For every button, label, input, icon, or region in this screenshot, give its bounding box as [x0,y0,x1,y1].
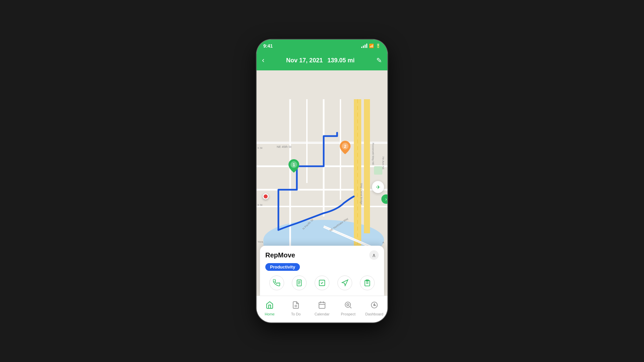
svg-text:NE 45th St: NE 45th St [277,145,291,148]
nav-label-home: Home [265,312,274,316]
svg-text:h St: h St [258,203,263,206]
svg-line-55 [350,307,351,308]
home-icon [266,301,274,311]
map-container[interactable]: NE 45th St NE 45th St NE Northlake Way S… [257,70,387,296]
checkin-button[interactable] [315,276,329,290]
svg-point-56 [347,304,349,306]
nav-label-dashboard: Dashboard [365,312,383,316]
navigate-button[interactable] [337,276,352,290]
status-time: 9:41 [263,43,273,49]
status-icons: 📶 🔋 [361,44,381,48]
clipboard-button[interactable] [360,276,375,290]
origin-dot [263,193,269,199]
bottom-nav: Home To Do Calen [257,296,387,322]
popup-card: RepMove ∧ Productivity [260,246,384,296]
nav-item-home[interactable]: Home [260,301,280,316]
svg-text:Ship Canal Bridge: Ship Canal Bridge [360,183,363,205]
todo-icon [292,301,300,311]
collapse-button[interactable]: ∧ [369,250,379,260]
status-bar: 9:41 📶 🔋 [257,40,387,52]
svg-text:1: 1 [292,162,295,167]
popup-header: RepMove ∧ [265,250,379,260]
popup-title: RepMove [265,251,295,259]
svg-text:Roosevelt Way NE: Roosevelt Way NE [372,143,375,165]
svg-marker-43 [342,280,347,286]
nav-label-todo: To Do [291,312,301,316]
svg-rect-50 [319,302,325,308]
note-button[interactable] [292,276,307,290]
header-date: Nov 17, 2021 [286,57,323,64]
phone-frame: 9:41 📶 🔋 ‹ Nov 17, 2021 139.05 mi ✎ [257,40,387,322]
header-distance: 139.05 mi [327,57,355,64]
map-pin-2[interactable]: 2 [340,141,351,156]
svg-text:h St: h St [258,146,263,149]
svg-rect-30 [374,166,382,175]
nav-item-calendar[interactable]: Calendar [312,301,332,316]
back-button[interactable]: ‹ [262,56,264,65]
calendar-icon [318,301,326,311]
app-header: ‹ Nov 17, 2021 139.05 mi ✎ [257,52,387,70]
action-icons-row [265,276,379,290]
phone-button[interactable] [269,276,284,290]
header-title: Nov 17, 2021 139.05 mi [286,57,355,64]
map-pin-1[interactable]: 1 [288,159,299,174]
nav-item-dashboard[interactable]: Dashboard [364,301,384,316]
svg-rect-15 [364,99,370,233]
nav-item-prospect[interactable]: Prospect [338,301,358,316]
nav-label-prospect: Prospect [341,312,355,316]
wifi-icon: 📶 [369,44,374,48]
nav-label-calendar: Calendar [315,312,330,316]
signal-icon [361,44,367,48]
dashboard-icon [370,301,378,311]
prospect-icon [344,301,352,311]
right-icon: › [385,196,387,202]
location-icon: ✈ [376,184,380,190]
svg-text:2: 2 [344,144,346,149]
svg-text:A: A [382,241,384,244]
battery-icon: 🔋 [376,44,381,48]
productivity-badge[interactable]: Productivity [265,263,300,271]
location-button[interactable]: ✈ [372,181,384,193]
nav-item-todo[interactable]: To Do [286,301,306,316]
edit-button[interactable]: ✎ [376,56,382,64]
svg-text:Yora: Yora [258,240,263,243]
